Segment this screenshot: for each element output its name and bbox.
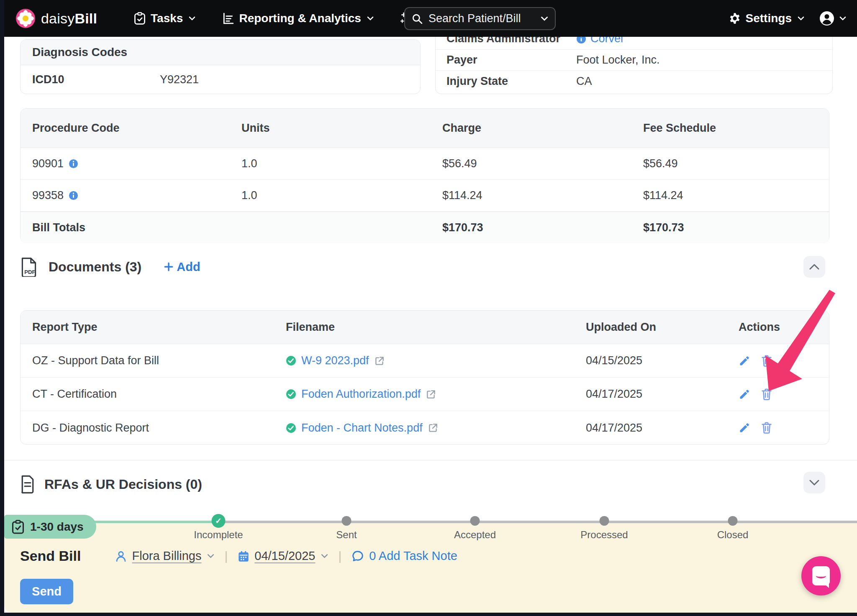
step-label: Closed [717, 529, 749, 541]
filename-link[interactable]: Foden Authorization.pdf [301, 388, 421, 401]
documents-table-header: Report Type Filename Uploaded On Actions [21, 311, 829, 344]
procedure-code: 90901 [32, 157, 64, 170]
external-link-icon[interactable] [374, 355, 385, 366]
plus-icon [164, 262, 173, 271]
documents-table: Report Type Filename Uploaded On Actions… [20, 310, 829, 445]
documents-title: Documents (3) [49, 259, 141, 275]
icd10-code-value: Y92321 [160, 73, 199, 86]
table-row: 90901 1.0 $56.49 $56.49 [21, 148, 829, 180]
bill-totals-row: Bill Totals $170.73 $170.73 [21, 212, 829, 243]
payer-value: Foot Locker, Inc. [576, 54, 660, 66]
calendar-icon [238, 550, 249, 562]
step-label: Processed [580, 529, 628, 541]
chevron-down-icon [189, 16, 195, 20]
col-actions: Actions [727, 321, 829, 334]
brand-wordmark: daisyBill [41, 10, 97, 27]
chevron-down-icon [809, 480, 819, 486]
procedure-code: 99358 [32, 189, 64, 202]
nav-right-group: Settings [729, 0, 846, 37]
step-label: Incomplete [194, 529, 243, 541]
search-patient-bill[interactable]: Search Patient/Bill [404, 7, 556, 30]
collapse-documents-button[interactable] [803, 256, 825, 278]
pencil-icon [739, 355, 750, 367]
diagnosis-codes-title: Diagnosis Codes [21, 40, 420, 65]
procedure-table-header: Procedure Code Units Charge Fee Schedule [21, 109, 829, 148]
nav-settings[interactable]: Settings [729, 12, 804, 25]
timeline-dot [342, 516, 352, 526]
check-circle-icon [286, 355, 296, 366]
fee-value: $114.24 [631, 189, 829, 202]
external-link-icon[interactable] [426, 389, 436, 400]
rfas-title: RFAs & UR Decisions (0) [44, 477, 202, 492]
external-link-icon[interactable] [428, 422, 439, 433]
edit-document-button[interactable] [739, 355, 750, 367]
document-icon [20, 475, 35, 493]
top-nav: daisyBill Tasks Reporting & Analytics [4, 0, 857, 37]
assignee-dropdown[interactable]: Flora Billings [115, 549, 214, 563]
charge-value: $114.24 [431, 189, 631, 202]
chevron-down-icon[interactable] [541, 16, 548, 21]
units-value: 1.0 [230, 157, 431, 170]
timeline-dot [728, 516, 738, 526]
pdf-file-icon: PDF [20, 257, 38, 277]
add-task-note-link[interactable]: 0 Add Task Note [352, 549, 457, 563]
pencil-icon [739, 422, 750, 434]
delete-document-button[interactable] [761, 389, 772, 400]
payer-row: Payer Foot Locker, Inc. [436, 50, 832, 71]
check-circle-icon [286, 423, 296, 433]
divider: | [224, 549, 228, 563]
send-button[interactable]: Send [20, 579, 73, 604]
injury-state-row: Injury State CA [436, 71, 832, 92]
nav-reporting-analytics[interactable]: Reporting & Analytics [222, 12, 373, 25]
col-uploaded-on: Uploaded On [574, 321, 727, 334]
nav-reporting-label: Reporting & Analytics [239, 12, 361, 25]
report-type: OZ - Support Data for Bill [21, 354, 274, 367]
uploaded-date: 04/17/2025 [574, 388, 727, 401]
info-icon[interactable] [69, 159, 78, 169]
col-filename: Filename [274, 321, 574, 334]
trash-icon [761, 422, 772, 434]
add-document-button[interactable]: Add [164, 260, 200, 274]
info-icon[interactable] [69, 191, 78, 200]
user-avatar-icon [819, 11, 834, 26]
bill-date-dropdown[interactable]: 04/15/2025 [238, 549, 328, 563]
filename-link[interactable]: Foden - Chart Notes.pdf [301, 422, 423, 435]
edit-document-button[interactable] [739, 422, 750, 434]
clipboard-check-icon [12, 520, 24, 534]
nav-account-menu[interactable] [819, 11, 846, 26]
trash-icon [761, 355, 772, 367]
daisybill-logo[interactable]: daisyBill [16, 9, 97, 28]
documents-section-header: PDF Documents (3) Add [20, 257, 200, 277]
chevron-down-icon [207, 554, 214, 558]
timeline-dot [470, 516, 480, 526]
app-window: daisyBill Tasks Reporting & Analytics [4, 0, 857, 613]
col-fee-schedule: Fee Schedule [631, 122, 829, 135]
fee-value: $56.49 [631, 157, 829, 170]
edit-document-button[interactable] [739, 389, 750, 400]
comment-icon [352, 550, 364, 562]
section-divider [4, 460, 857, 460]
report-type: DG - Diagnostic Report [21, 422, 274, 435]
delete-document-button[interactable] [761, 355, 772, 367]
screenshot-root: daisyBill Tasks Reporting & Analytics [0, 0, 857, 616]
uploaded-date: 04/17/2025 [574, 422, 727, 435]
col-charge: Charge [431, 122, 631, 135]
chevron-down-icon [321, 554, 328, 558]
chevron-down-icon [367, 16, 374, 20]
total-charge-value: $170.73 [431, 221, 631, 234]
person-icon [115, 550, 127, 562]
injury-state-label: Injury State [446, 75, 576, 88]
add-label: Add [177, 260, 200, 274]
expand-rfas-button[interactable] [803, 472, 825, 493]
chat-launcher-button[interactable] [801, 556, 841, 596]
delete-document-button[interactable] [761, 422, 772, 434]
chevron-down-icon [839, 16, 846, 20]
document-row: OZ - Support Data for Bill W-9 2023.pdf … [21, 344, 829, 378]
add-task-note-label: 0 Add Task Note [369, 549, 457, 563]
filename-link[interactable]: W-9 2023.pdf [301, 354, 369, 367]
search-icon [412, 13, 423, 24]
table-row: 99358 1.0 $114.24 $114.24 [21, 180, 829, 212]
send-bill-title: Send Bill [20, 548, 81, 564]
chat-bubble-icon [812, 566, 830, 585]
nav-tasks[interactable]: Tasks [134, 12, 195, 25]
